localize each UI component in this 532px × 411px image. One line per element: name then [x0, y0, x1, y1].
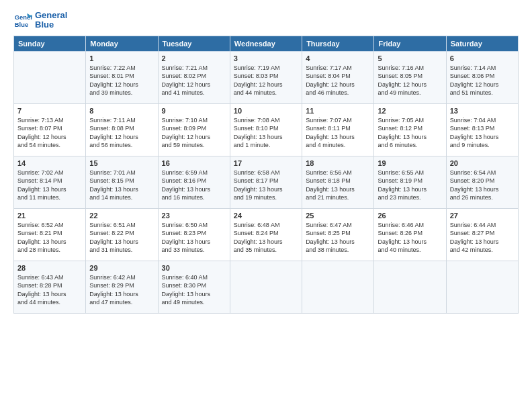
calendar-page: General Blue General Blue SundayMondayTu… — [0, 0, 532, 411]
cell-info: Sunrise: 6:55 AM Sunset: 8:19 PM Dayligh… — [378, 169, 442, 202]
calendar-cell: 21Sunrise: 6:52 AM Sunset: 8:21 PM Dayli… — [14, 208, 86, 261]
col-header-friday: Friday — [374, 36, 446, 51]
calendar-cell: 16Sunrise: 6:59 AM Sunset: 8:16 PM Dayli… — [158, 156, 230, 208]
logo-blue: Blue — [35, 20, 54, 30]
calendar-cell: 26Sunrise: 6:46 AM Sunset: 8:26 PM Dayli… — [374, 208, 446, 261]
day-number: 19 — [378, 159, 442, 167]
day-number: 15 — [89, 159, 154, 167]
calendar-cell: 25Sunrise: 6:47 AM Sunset: 8:25 PM Dayli… — [302, 208, 374, 261]
header-row: SundayMondayTuesdayWednesdayThursdayFrid… — [14, 36, 519, 51]
day-number: 29 — [89, 264, 154, 272]
day-number: 3 — [234, 54, 298, 62]
col-header-wednesday: Wednesday — [230, 36, 302, 51]
day-number: 7 — [17, 107, 82, 115]
logo: General Blue General Blue — [13, 11, 67, 30]
day-number: 25 — [306, 212, 370, 220]
svg-text:Blue: Blue — [15, 22, 28, 29]
calendar-cell: 28Sunrise: 6:43 AM Sunset: 8:28 PM Dayli… — [14, 261, 86, 313]
day-number: 6 — [450, 54, 515, 62]
cell-info: Sunrise: 7:07 AM Sunset: 8:11 PM Dayligh… — [306, 116, 370, 150]
cell-info: Sunrise: 6:50 AM Sunset: 8:23 PM Dayligh… — [162, 221, 226, 255]
day-number: 2 — [162, 54, 226, 62]
cell-info: Sunrise: 7:21 AM Sunset: 8:02 PM Dayligh… — [162, 64, 226, 97]
logo-icon: General Blue — [13, 11, 32, 30]
cell-info: Sunrise: 6:46 AM Sunset: 8:26 PM Dayligh… — [378, 221, 442, 255]
col-header-tuesday: Tuesday — [158, 36, 230, 51]
header: General Blue General Blue — [13, 11, 519, 30]
day-number: 10 — [234, 107, 298, 115]
calendar-cell: 30Sunrise: 6:40 AM Sunset: 8:30 PM Dayli… — [158, 261, 230, 313]
col-header-monday: Monday — [86, 36, 158, 51]
calendar-cell: 3Sunrise: 7:19 AM Sunset: 8:03 PM Daylig… — [230, 51, 302, 103]
calendar-cell: 7Sunrise: 7:13 AM Sunset: 8:07 PM Daylig… — [14, 103, 86, 156]
week-row-1: 1Sunrise: 7:22 AM Sunset: 8:01 PM Daylig… — [14, 51, 519, 103]
week-row-4: 21Sunrise: 6:52 AM Sunset: 8:21 PM Dayli… — [14, 208, 519, 261]
cell-info: Sunrise: 6:48 AM Sunset: 8:24 PM Dayligh… — [234, 221, 298, 255]
calendar-cell — [302, 261, 374, 313]
calendar-cell: 5Sunrise: 7:16 AM Sunset: 8:05 PM Daylig… — [374, 51, 446, 103]
day-number: 9 — [162, 107, 226, 115]
cell-info: Sunrise: 7:22 AM Sunset: 8:01 PM Dayligh… — [89, 64, 154, 97]
calendar-cell — [446, 261, 518, 313]
cell-info: Sunrise: 7:04 AM Sunset: 8:13 PM Dayligh… — [450, 116, 515, 150]
calendar-cell — [230, 261, 302, 313]
calendar-cell — [14, 51, 86, 103]
cell-info: Sunrise: 6:44 AM Sunset: 8:27 PM Dayligh… — [450, 221, 515, 255]
cell-info: Sunrise: 7:01 AM Sunset: 8:15 PM Dayligh… — [89, 169, 154, 202]
calendar-cell: 9Sunrise: 7:10 AM Sunset: 8:09 PM Daylig… — [158, 103, 230, 156]
week-row-3: 14Sunrise: 7:02 AM Sunset: 8:14 PM Dayli… — [14, 156, 519, 208]
cell-info: Sunrise: 7:14 AM Sunset: 8:06 PM Dayligh… — [450, 64, 515, 97]
day-number: 26 — [378, 212, 442, 220]
day-number: 27 — [450, 212, 515, 220]
calendar-table: SundayMondayTuesdayWednesdayThursdayFrid… — [13, 36, 519, 314]
day-number: 14 — [17, 159, 82, 167]
calendar-cell: 23Sunrise: 6:50 AM Sunset: 8:23 PM Dayli… — [158, 208, 230, 261]
cell-info: Sunrise: 7:10 AM Sunset: 8:09 PM Dayligh… — [162, 116, 226, 150]
cell-info: Sunrise: 7:02 AM Sunset: 8:14 PM Dayligh… — [17, 169, 82, 202]
day-number: 17 — [234, 159, 298, 167]
calendar-cell — [374, 261, 446, 313]
day-number: 18 — [306, 159, 370, 167]
cell-info: Sunrise: 6:58 AM Sunset: 8:17 PM Dayligh… — [234, 169, 298, 202]
calendar-cell: 14Sunrise: 7:02 AM Sunset: 8:14 PM Dayli… — [14, 156, 86, 208]
calendar-cell: 13Sunrise: 7:04 AM Sunset: 8:13 PM Dayli… — [446, 103, 518, 156]
day-number: 22 — [89, 212, 154, 220]
cell-info: Sunrise: 7:16 AM Sunset: 8:05 PM Dayligh… — [378, 64, 442, 97]
calendar-cell: 29Sunrise: 6:42 AM Sunset: 8:29 PM Dayli… — [86, 261, 158, 313]
calendar-cell: 18Sunrise: 6:56 AM Sunset: 8:18 PM Dayli… — [302, 156, 374, 208]
day-number: 23 — [162, 212, 226, 220]
day-number: 20 — [450, 159, 515, 167]
day-number: 13 — [450, 107, 515, 115]
col-header-sunday: Sunday — [14, 36, 86, 51]
cell-info: Sunrise: 7:08 AM Sunset: 8:10 PM Dayligh… — [234, 116, 298, 150]
col-header-thursday: Thursday — [302, 36, 374, 51]
calendar-cell: 10Sunrise: 7:08 AM Sunset: 8:10 PM Dayli… — [230, 103, 302, 156]
day-number: 24 — [234, 212, 298, 220]
cell-info: Sunrise: 7:17 AM Sunset: 8:04 PM Dayligh… — [306, 64, 370, 97]
day-number: 1 — [89, 54, 154, 62]
day-number: 16 — [162, 159, 226, 167]
cell-info: Sunrise: 7:05 AM Sunset: 8:12 PM Dayligh… — [378, 116, 442, 150]
cell-info: Sunrise: 6:56 AM Sunset: 8:18 PM Dayligh… — [306, 169, 370, 202]
cell-info: Sunrise: 7:13 AM Sunset: 8:07 PM Dayligh… — [17, 116, 82, 150]
cell-info: Sunrise: 6:43 AM Sunset: 8:28 PM Dayligh… — [17, 273, 82, 307]
calendar-cell: 1Sunrise: 7:22 AM Sunset: 8:01 PM Daylig… — [86, 51, 158, 103]
cell-info: Sunrise: 7:19 AM Sunset: 8:03 PM Dayligh… — [234, 64, 298, 97]
calendar-cell: 20Sunrise: 6:54 AM Sunset: 8:20 PM Dayli… — [446, 156, 518, 208]
day-number: 30 — [162, 264, 226, 272]
calendar-cell: 2Sunrise: 7:21 AM Sunset: 8:02 PM Daylig… — [158, 51, 230, 103]
day-number: 28 — [17, 264, 82, 272]
calendar-cell: 6Sunrise: 7:14 AM Sunset: 8:06 PM Daylig… — [446, 51, 518, 103]
calendar-cell: 22Sunrise: 6:51 AM Sunset: 8:22 PM Dayli… — [86, 208, 158, 261]
cell-info: Sunrise: 6:42 AM Sunset: 8:29 PM Dayligh… — [89, 273, 154, 307]
day-number: 11 — [306, 107, 370, 115]
week-row-2: 7Sunrise: 7:13 AM Sunset: 8:07 PM Daylig… — [14, 103, 519, 156]
calendar-cell: 11Sunrise: 7:07 AM Sunset: 8:11 PM Dayli… — [302, 103, 374, 156]
day-number: 12 — [378, 107, 442, 115]
cell-info: Sunrise: 6:47 AM Sunset: 8:25 PM Dayligh… — [306, 221, 370, 255]
cell-info: Sunrise: 6:52 AM Sunset: 8:21 PM Dayligh… — [17, 221, 82, 255]
cell-info: Sunrise: 6:51 AM Sunset: 8:22 PM Dayligh… — [89, 221, 154, 255]
calendar-cell: 12Sunrise: 7:05 AM Sunset: 8:12 PM Dayli… — [374, 103, 446, 156]
cell-info: Sunrise: 7:11 AM Sunset: 8:08 PM Dayligh… — [89, 116, 154, 150]
day-number: 4 — [306, 54, 370, 62]
